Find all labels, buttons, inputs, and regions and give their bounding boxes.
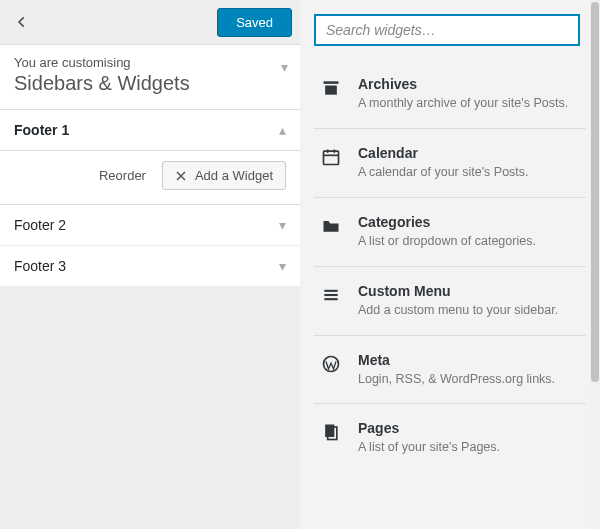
menu-icon [320,283,342,319]
widget-calendar[interactable]: Calendar A calendar of your site's Posts… [314,129,586,198]
widget-description: A monthly archive of your site's Posts. [358,95,576,112]
chevron-up-icon: ▴ [279,122,286,138]
widget-meta[interactable]: Meta Login, RSS, & WordPress.org links. [314,336,586,405]
scrollbar[interactable] [590,0,600,529]
reorder-button[interactable]: Reorder [99,168,146,183]
accordion-label: Footer 1 [14,122,69,138]
accordion-body-footer-1: Reorder Add a Widget [0,151,300,205]
back-button[interactable] [0,0,44,44]
section-subtitle: You are customising [14,55,286,70]
add-widget-label: Add a Widget [195,168,273,183]
accordion-label: Footer 2 [14,217,66,233]
widget-list: Archives A monthly archive of your site'… [314,60,586,472]
widget-pages[interactable]: Pages A list of your site's Pages. [314,404,586,472]
saved-button[interactable]: Saved [217,8,292,37]
widget-picker: Archives A monthly archive of your site'… [300,0,590,529]
widget-title: Calendar [358,145,576,161]
archives-icon [320,76,342,112]
widget-categories[interactable]: Categories A list or dropdown of categor… [314,198,586,267]
accordion-item-footer-1[interactable]: Footer 1 ▴ [0,110,300,151]
widget-description: A list or dropdown of categories. [358,233,576,250]
widget-description: A list of your site's Pages. [358,439,576,456]
pages-icon [320,420,342,456]
widget-archives[interactable]: Archives A monthly archive of your site'… [314,60,586,129]
widget-description: Login, RSS, & WordPress.org links. [358,371,576,388]
widget-title: Categories [358,214,576,230]
calendar-icon [320,145,342,181]
accordion-label: Footer 3 [14,258,66,274]
svg-rect-2 [324,151,339,164]
section-header[interactable]: You are customising Sidebars & Widgets ▾ [0,45,300,110]
widget-custom-menu[interactable]: Custom Menu Add a custom menu to your si… [314,267,586,336]
svg-rect-0 [324,81,339,84]
svg-rect-1 [325,86,337,95]
chevron-left-icon [15,15,29,29]
chevron-down-icon: ▾ [279,258,286,274]
scrollbar-thumb[interactable] [591,2,599,382]
accordion-item-footer-3[interactable]: Footer 3 ▾ [0,246,300,287]
customizer-panel: Saved You are customising Sidebars & Wid… [0,0,300,529]
chevron-down-icon: ▾ [279,217,286,233]
accordion: Footer 1 ▴ Reorder Add a Widget Footer 2… [0,110,300,287]
add-widget-button[interactable]: Add a Widget [162,161,286,190]
topbar: Saved [0,0,300,45]
close-icon [175,170,187,182]
folder-icon [320,214,342,250]
widget-title: Meta [358,352,576,368]
widget-title: Archives [358,76,576,92]
widget-description: A calendar of your site's Posts. [358,164,576,181]
widget-title: Pages [358,420,576,436]
accordion-item-footer-2[interactable]: Footer 2 ▾ [0,205,300,246]
section-title: Sidebars & Widgets [14,72,286,95]
chevron-down-icon: ▾ [281,59,288,75]
search-input[interactable] [314,14,580,46]
widget-title: Custom Menu [358,283,576,299]
widget-description: Add a custom menu to your sidebar. [358,302,576,319]
wordpress-icon [320,352,342,388]
